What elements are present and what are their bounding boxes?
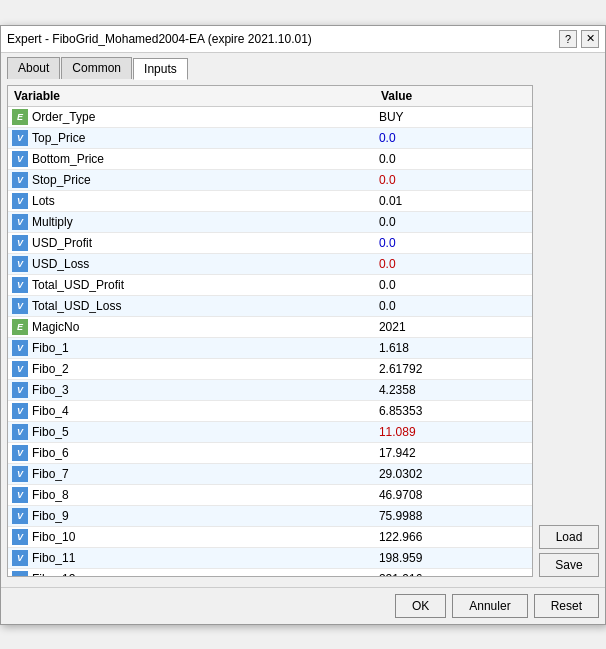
var-icon: V: [12, 130, 28, 146]
var-icon: V: [12, 151, 28, 167]
var-icon: V: [12, 193, 28, 209]
table-row[interactable]: EMagicNo2021: [8, 316, 532, 337]
var-icon: V: [12, 508, 28, 524]
tab-inputs[interactable]: Inputs: [133, 58, 188, 80]
variable-name: Fibo_2: [32, 362, 69, 376]
table-row[interactable]: VFibo_22.61792: [8, 358, 532, 379]
variable-name: Total_USD_Profit: [32, 278, 124, 292]
table-row[interactable]: EOrder_TypeBUY: [8, 106, 532, 127]
var-icon: V: [12, 256, 28, 272]
help-button[interactable]: ?: [559, 30, 577, 48]
variable-value: 4.2358: [375, 379, 532, 400]
variable-value: 1.618: [375, 337, 532, 358]
table-row[interactable]: VUSD_Loss0.0: [8, 253, 532, 274]
table-row[interactable]: VUSD_Profit0.0: [8, 232, 532, 253]
variable-name: Fibo_8: [32, 488, 69, 502]
variable-value: 6.85353: [375, 400, 532, 421]
tab-bar: About Common Inputs: [1, 53, 605, 79]
var-icon: V: [12, 466, 28, 482]
var-icon: V: [12, 487, 28, 503]
enum-icon: E: [12, 109, 28, 125]
variable-value: 0.0: [375, 253, 532, 274]
variable-value: 321.916: [375, 568, 532, 576]
variable-name: Fibo_11: [32, 551, 75, 565]
variable-value: 0.0: [375, 127, 532, 148]
table-header-row: Variable Value: [8, 86, 532, 107]
reset-button[interactable]: Reset: [534, 594, 599, 618]
variable-value: BUY: [375, 106, 532, 127]
table-row[interactable]: VFibo_11.618: [8, 337, 532, 358]
table-row[interactable]: VBottom_Price0.0: [8, 148, 532, 169]
table-row[interactable]: VMultiply0.0: [8, 211, 532, 232]
variable-name: Bottom_Price: [32, 152, 104, 166]
table-row[interactable]: VFibo_46.85353: [8, 400, 532, 421]
var-icon: V: [12, 298, 28, 314]
variable-value: 29.0302: [375, 463, 532, 484]
table-row[interactable]: VFibo_10122.966: [8, 526, 532, 547]
variable-value: 0.0: [375, 295, 532, 316]
load-button[interactable]: Load: [539, 525, 599, 549]
variable-value: 17.942: [375, 442, 532, 463]
table-row[interactable]: VFibo_511.089: [8, 421, 532, 442]
variable-value: 46.9708: [375, 484, 532, 505]
save-button[interactable]: Save: [539, 553, 599, 577]
table-row[interactable]: VTotal_USD_Loss0.0: [8, 295, 532, 316]
var-icon: V: [12, 571, 28, 576]
expert-window: Expert - FiboGrid_Mohamed2004-EA (expire…: [0, 25, 606, 625]
table-row[interactable]: VFibo_975.9988: [8, 505, 532, 526]
table-row[interactable]: VFibo_12321.916: [8, 568, 532, 576]
table-row[interactable]: VStop_Price0.0: [8, 169, 532, 190]
tab-common[interactable]: Common: [61, 57, 132, 79]
var-icon: V: [12, 214, 28, 230]
table-row[interactable]: VFibo_34.2358: [8, 379, 532, 400]
variable-name: Stop_Price: [32, 173, 91, 187]
variable-value: 198.959: [375, 547, 532, 568]
variables-table-container: Variable Value EOrder_TypeBUYVTop_Price0…: [7, 85, 533, 577]
variables-table: Variable Value EOrder_TypeBUYVTop_Price0…: [8, 86, 532, 576]
variable-value: 0.0: [375, 169, 532, 190]
table-row[interactable]: VLots0.01: [8, 190, 532, 211]
variable-name: Fibo_7: [32, 467, 69, 481]
variable-name: Fibo_12: [32, 572, 75, 576]
variable-name: Order_Type: [32, 110, 95, 124]
close-button[interactable]: ✕: [581, 30, 599, 48]
variable-name: Fibo_5: [32, 425, 69, 439]
col-value: Value: [375, 86, 532, 107]
var-icon: V: [12, 550, 28, 566]
var-icon: V: [12, 361, 28, 377]
variable-value: 2021: [375, 316, 532, 337]
var-icon: V: [12, 529, 28, 545]
table-row[interactable]: VFibo_617.942: [8, 442, 532, 463]
variable-name: Multiply: [32, 215, 73, 229]
window-title: Expert - FiboGrid_Mohamed2004-EA (expire…: [7, 32, 312, 46]
variable-name: Fibo_4: [32, 404, 69, 418]
variable-value: 0.0: [375, 274, 532, 295]
variable-value: 0.01: [375, 190, 532, 211]
variable-name: MagicNo: [32, 320, 79, 334]
col-variable: Variable: [8, 86, 375, 107]
main-area: Variable Value EOrder_TypeBUYVTop_Price0…: [7, 85, 599, 577]
table-row[interactable]: VFibo_11198.959: [8, 547, 532, 568]
variable-name: Fibo_1: [32, 341, 69, 355]
enum-icon: E: [12, 319, 28, 335]
variable-value: 75.9988: [375, 505, 532, 526]
variable-value: 2.61792: [375, 358, 532, 379]
variable-value: 0.0: [375, 232, 532, 253]
table-scroll[interactable]: Variable Value EOrder_TypeBUYVTop_Price0…: [8, 86, 532, 576]
var-icon: V: [12, 403, 28, 419]
variable-name: Top_Price: [32, 131, 85, 145]
title-buttons: ? ✕: [559, 30, 599, 48]
var-icon: V: [12, 445, 28, 461]
variable-name: Total_USD_Loss: [32, 299, 121, 313]
cancel-button[interactable]: Annuler: [452, 594, 527, 618]
footer: OK Annuler Reset: [1, 587, 605, 624]
tab-about[interactable]: About: [7, 57, 60, 79]
variable-name: USD_Profit: [32, 236, 92, 250]
ok-button[interactable]: OK: [395, 594, 446, 618]
var-icon: V: [12, 382, 28, 398]
table-row[interactable]: VFibo_729.0302: [8, 463, 532, 484]
table-row[interactable]: VFibo_846.9708: [8, 484, 532, 505]
table-row[interactable]: VTotal_USD_Profit0.0: [8, 274, 532, 295]
table-row[interactable]: VTop_Price0.0: [8, 127, 532, 148]
variable-name: Fibo_10: [32, 530, 75, 544]
